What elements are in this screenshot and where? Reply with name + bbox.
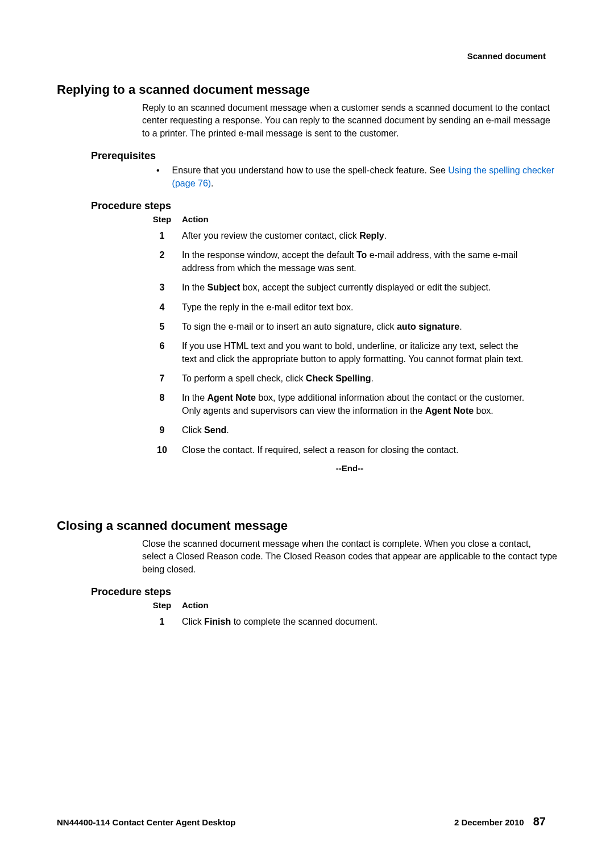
page-content: Replying to a scanned document message R… xyxy=(57,82,557,629)
step-bold: Subject xyxy=(207,283,240,292)
step-action: After you review the customer contact, c… xyxy=(182,230,557,242)
step-action: Type the reply in the e-mail editor text… xyxy=(182,301,557,314)
step-row: 6 If you use HTML text and you want to b… xyxy=(142,340,557,366)
step-action: Click Finish to complete the scanned doc… xyxy=(182,616,557,628)
page-number: 87 xyxy=(533,815,546,828)
step-row: 9 Click Send. xyxy=(142,424,557,437)
footer-doc-id: NN44400-114 Contact Center Agent Desktop xyxy=(57,817,236,827)
step-number: 8 xyxy=(142,392,182,417)
step-text: Click xyxy=(182,617,204,626)
steps-header-row: Step Action xyxy=(142,600,557,610)
procedure-steps-heading-1: Procedure steps xyxy=(91,200,557,212)
step-action: To perform a spell check, click Check Sp… xyxy=(182,372,557,385)
step-text: Type the reply in the e-mail editor text… xyxy=(182,302,353,312)
step-text: If you use HTML text and you want to bol… xyxy=(182,341,523,363)
step-bold: Agent Note xyxy=(425,406,474,416)
step-bold: To xyxy=(356,250,367,260)
step-number: 4 xyxy=(142,301,182,314)
steps-table-1: Step Action 1 After you review the custo… xyxy=(142,214,557,456)
step-bold: Agent Note xyxy=(207,393,255,402)
step-number: 7 xyxy=(142,372,182,385)
footer-date: 2 December 2010 xyxy=(454,817,524,827)
action-header: Action xyxy=(182,214,557,224)
bullet-icon: • xyxy=(156,164,160,190)
step-bold: Reply xyxy=(359,231,384,240)
step-row: 8 In the Agent Note box, type additional… xyxy=(142,392,557,417)
step-header: Step xyxy=(142,214,182,224)
step-number: 9 xyxy=(142,424,182,437)
step-action: In the Subject box, accept the subject c… xyxy=(182,281,557,294)
step-text: box, accept the subject currently displa… xyxy=(240,283,491,292)
step-row: 10 Close the contact. If required, selec… xyxy=(142,444,557,456)
step-text: . xyxy=(384,231,387,240)
action-header: Action xyxy=(182,600,557,610)
prerequisites-list: • Ensure that you understand how to use … xyxy=(156,164,557,190)
step-header: Step xyxy=(142,600,182,610)
step-text: box. xyxy=(474,406,493,416)
step-text: In the xyxy=(182,393,207,402)
step-text: To perform a spell check, click xyxy=(182,373,306,383)
prerequisite-item: • Ensure that you understand how to use … xyxy=(156,164,557,190)
page-footer: NN44400-114 Contact Center Agent Desktop… xyxy=(57,815,546,828)
step-row: 1 Click Finish to complete the scanned d… xyxy=(142,616,557,628)
step-text: In the response window, accept the defau… xyxy=(182,250,356,260)
prereq-text-prefix: Ensure that you understand how to use th… xyxy=(172,165,449,175)
step-number: 2 xyxy=(142,249,182,275)
step-text: Click xyxy=(182,425,204,435)
step-number: 10 xyxy=(142,444,182,456)
prereq-text-suffix: . xyxy=(211,178,213,188)
step-row: 3 In the Subject box, accept the subject… xyxy=(142,281,557,294)
step-bold: Send xyxy=(204,425,226,435)
end-marker: --End-- xyxy=(142,463,557,473)
step-text: . xyxy=(371,373,374,383)
step-number: 1 xyxy=(142,230,182,242)
prerequisites-heading: Prerequisites xyxy=(91,150,557,162)
step-text: . xyxy=(459,322,462,331)
step-bold: Check Spelling xyxy=(306,373,371,383)
section1-title: Replying to a scanned document message xyxy=(57,82,557,97)
step-action: In the Agent Note box, type additional i… xyxy=(182,392,557,417)
step-text: Close the contact. If required, select a… xyxy=(182,445,458,455)
step-text: To sign the e-mail or to insert an auto … xyxy=(182,322,397,331)
step-action: Close the contact. If required, select a… xyxy=(182,444,557,456)
procedure-steps-heading-2: Procedure steps xyxy=(91,586,557,598)
step-row: 4 Type the reply in the e-mail editor te… xyxy=(142,301,557,314)
step-text: In the xyxy=(182,283,207,292)
prerequisite-text: Ensure that you understand how to use th… xyxy=(172,164,557,190)
step-row: 7 To perform a spell check, click Check … xyxy=(142,372,557,385)
step-number: 1 xyxy=(142,616,182,628)
steps-header-row: Step Action xyxy=(142,214,557,224)
step-number: 6 xyxy=(142,340,182,366)
step-text: . xyxy=(226,425,229,435)
header-section-label: Scanned document xyxy=(467,51,546,61)
step-row: 5 To sign the e-mail or to insert an aut… xyxy=(142,321,557,333)
step-bold: auto signature xyxy=(397,322,459,331)
step-text: to complete the scanned document. xyxy=(231,617,377,626)
step-number: 5 xyxy=(142,321,182,333)
step-action: To sign the e-mail or to insert an auto … xyxy=(182,321,557,333)
step-row: 1 After you review the customer contact,… xyxy=(142,230,557,242)
footer-right: 2 December 2010 87 xyxy=(454,815,546,828)
step-bold: Finish xyxy=(204,617,231,626)
step-action: Click Send. xyxy=(182,424,557,437)
step-text: After you review the customer contact, c… xyxy=(182,231,359,240)
step-action: In the response window, accept the defau… xyxy=(182,249,557,275)
step-row: 2 In the response window, accept the def… xyxy=(142,249,557,275)
section2-title: Closing a scanned document message xyxy=(57,518,557,533)
step-number: 3 xyxy=(142,281,182,294)
section1-intro: Reply to an scanned document message whe… xyxy=(142,102,557,140)
section2-intro: Close the scanned document message when … xyxy=(142,538,557,576)
step-action: If you use HTML text and you want to bol… xyxy=(182,340,557,366)
steps-table-2: Step Action 1 Click Finish to complete t… xyxy=(142,600,557,628)
